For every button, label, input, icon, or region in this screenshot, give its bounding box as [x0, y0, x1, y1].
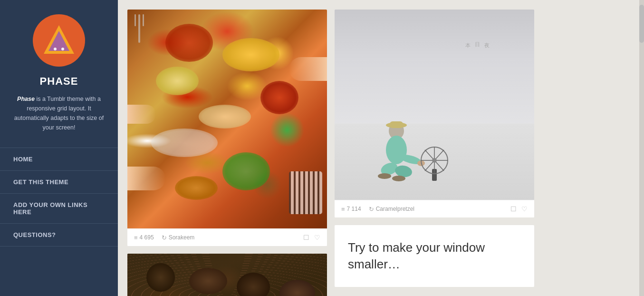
svg-rect-5 [135, 14, 136, 26]
food-post-reblog-count: 4 695 [140, 234, 154, 241]
site-logo [33, 14, 85, 67]
svg-point-23 [432, 158, 437, 163]
food-post-author: Sorakeem [169, 234, 195, 241]
minimal-heart-icon[interactable]: ♡ [521, 205, 528, 213]
fan-object [415, 140, 458, 183]
svg-point-13 [378, 173, 391, 179]
food-post-footer: ≡ 4 695 ↻ Sorakeem ☐ ♡ [127, 228, 327, 246]
wood-post-card [127, 254, 327, 296]
comment-icon[interactable]: ☐ [303, 234, 309, 241]
heart-icon[interactable]: ♡ [314, 234, 320, 241]
text-post-content: Try to make your window smaller… [348, 239, 521, 273]
svg-point-3 [61, 48, 64, 50]
food-post-actions: ☐ ♡ [303, 234, 320, 241]
svg-point-14 [392, 176, 405, 181]
minimal-post-meta-left: ≡ 7 114 ↻ Caramelpretzel [341, 206, 414, 213]
svg-point-2 [54, 48, 57, 50]
minimal-post-footer: ≡ 7 114 ↻ Caramelpretzel ☐ ♡ [335, 200, 534, 217]
minimal-comment-icon[interactable]: ☐ [510, 205, 517, 213]
text-post-card: Try to make your window smaller… [335, 225, 534, 287]
food-post-card: ≡ 4 695 ↻ Sorakeem ☐ ♡ [127, 10, 327, 246]
minimal-post-reblog-count: 7 114 [347, 206, 361, 212]
minimal-post-card: 夜日本 [335, 10, 534, 217]
notes-icon: ≡ 4 695 [134, 234, 154, 241]
sidebar: PHASE Phase is a Tumblr theme with a res… [0, 0, 118, 296]
sidebar-nav: HOME GET THIS THEME ADD YOUR OWN LINKS H… [0, 148, 118, 247]
svg-rect-9 [390, 121, 403, 128]
scrollbar[interactable] [639, 0, 644, 296]
main-content: ≡ 4 695 ↻ Sorakeem ☐ ♡ [118, 0, 644, 296]
scrollbar-thumb[interactable] [639, 5, 644, 43]
minimal-author-icon-area: ↻ Caramelpretzel [369, 206, 414, 213]
site-description: Phase is a Tumblr theme with a responsiv… [0, 94, 118, 132]
site-title: PHASE [40, 75, 78, 88]
svg-rect-4 [138, 14, 140, 43]
right-column: 夜日本 [335, 10, 534, 296]
minimal-post-image[interactable]: 夜日本 [335, 10, 534, 200]
author-icon-area: ↻ Sorakeem [162, 234, 195, 241]
nav-item-home[interactable]: HOME [0, 148, 118, 171]
food-post-meta-left: ≡ 4 695 ↻ Sorakeem [134, 234, 194, 241]
minimal-post-author: Caramelpretzel [376, 206, 414, 212]
wood-post-image[interactable] [127, 254, 327, 296]
nav-item-add-links[interactable]: ADD YOUR OWN LINKS HERE [0, 194, 118, 224]
minimal-post-actions: ☐ ♡ [510, 205, 528, 213]
svg-rect-6 [143, 14, 144, 26]
japanese-text-overlay: 夜日本 [463, 38, 491, 39]
nav-item-get-theme[interactable]: GET THIS THEME [0, 171, 118, 194]
logo-icon [40, 21, 78, 59]
nav-item-questions[interactable]: QUESTIONS? [0, 224, 118, 247]
minimal-notes-icon: ≡ 7 114 [341, 206, 361, 213]
food-post-image[interactable] [127, 10, 327, 228]
left-column: ≡ 4 695 ↻ Sorakeem ☐ ♡ [127, 10, 327, 296]
fork-icon [132, 14, 146, 43]
